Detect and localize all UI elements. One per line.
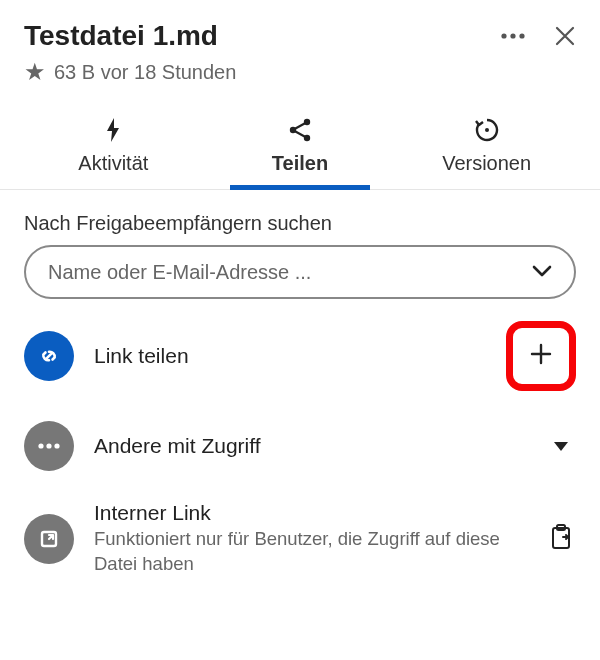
svg-point-9: [54, 443, 59, 448]
svg-point-1: [510, 33, 515, 38]
lightning-icon: [105, 116, 121, 144]
close-icon[interactable]: [554, 25, 576, 47]
add-share-link-button[interactable]: [506, 321, 576, 391]
share-link-label: Link teilen: [94, 344, 486, 368]
internal-link-title: Interner Link: [94, 501, 526, 525]
clipboard-icon: [549, 524, 573, 554]
others-expand-button[interactable]: [546, 442, 576, 451]
svg-point-6: [485, 128, 489, 132]
plus-icon: [529, 341, 553, 371]
link-icon: [24, 331, 74, 381]
share-icon: [287, 116, 313, 144]
tab-activity[interactable]: Aktivität: [43, 104, 183, 189]
svg-point-2: [519, 33, 524, 38]
file-title: Testdatei 1.md: [24, 20, 500, 52]
search-label: Nach Freigabeempfängern suchen: [24, 212, 576, 235]
search-input[interactable]: [48, 261, 532, 284]
tab-versions[interactable]: Versionen: [417, 104, 557, 189]
tab-versions-label: Versionen: [442, 152, 531, 175]
more-icon[interactable]: [500, 32, 526, 40]
tab-share[interactable]: Teilen: [230, 104, 370, 189]
history-icon: [473, 116, 501, 144]
others-icon: [24, 421, 74, 471]
copy-internal-link-button[interactable]: [546, 524, 576, 554]
internal-link-subtitle: Funktioniert nur für Benutzer, die Zugri…: [94, 527, 526, 577]
tab-share-label: Teilen: [272, 152, 328, 175]
star-icon[interactable]: ★: [24, 58, 46, 86]
internal-link-icon: [24, 514, 74, 564]
file-meta: ★ 63 B vor 18 Stunden: [0, 58, 600, 104]
svg-point-0: [501, 33, 506, 38]
chevron-down-icon[interactable]: [532, 263, 552, 281]
svg-point-7: [38, 443, 43, 448]
others-with-access-label: Andere mit Zugriff: [94, 434, 526, 458]
caret-down-icon: [554, 442, 568, 451]
svg-point-8: [46, 443, 51, 448]
file-meta-text: 63 B vor 18 Stunden: [54, 61, 236, 84]
tab-activity-label: Aktivität: [78, 152, 148, 175]
recipient-search[interactable]: [24, 245, 576, 299]
